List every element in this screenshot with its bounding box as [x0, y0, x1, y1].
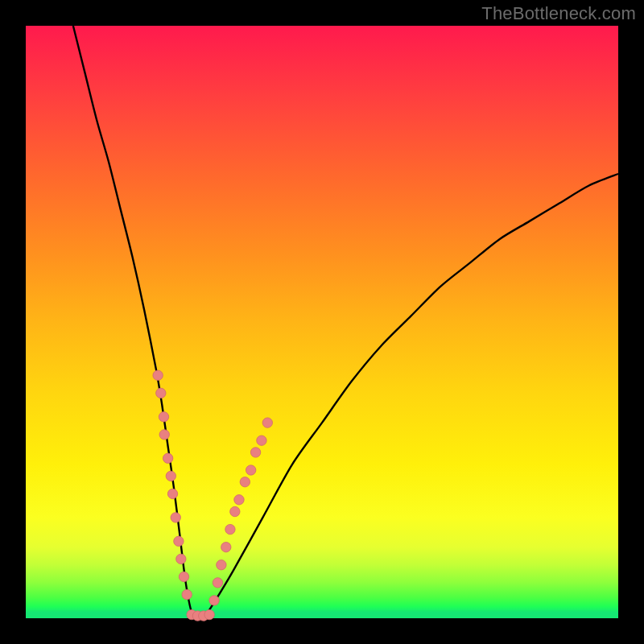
data-dot: [153, 370, 163, 380]
data-dot: [262, 418, 272, 427]
data-dot: [257, 436, 266, 445]
data-dot: [221, 542, 231, 551]
data-dot: [240, 477, 250, 487]
data-dot: [209, 596, 219, 605]
plot-area: [26, 26, 618, 618]
data-dot: [176, 554, 186, 564]
data-dot: [230, 506, 240, 516]
data-dot: [234, 495, 244, 505]
data-dot: [174, 536, 184, 546]
data-dot: [204, 609, 214, 619]
data-dot: [159, 430, 169, 440]
curve-layer: [26, 26, 618, 618]
data-dot: [166, 471, 175, 481]
data-dot: [182, 589, 192, 599]
data-dot: [250, 448, 260, 457]
data-dot: [167, 489, 177, 498]
curve-dots: [153, 370, 273, 621]
data-dot: [246, 465, 255, 475]
data-dot: [156, 388, 166, 398]
data-dot: [163, 453, 172, 463]
watermark-text: TheBottleneck.com: [481, 3, 636, 24]
data-dot: [159, 412, 168, 422]
data-dot: [225, 524, 235, 534]
data-dot: [217, 560, 226, 570]
chart-root: TheBottleneck.com: [0, 0, 644, 644]
data-dot: [171, 513, 180, 522]
data-dot: [179, 572, 188, 581]
bottleneck-curve: [73, 26, 618, 620]
data-dot: [213, 578, 222, 588]
